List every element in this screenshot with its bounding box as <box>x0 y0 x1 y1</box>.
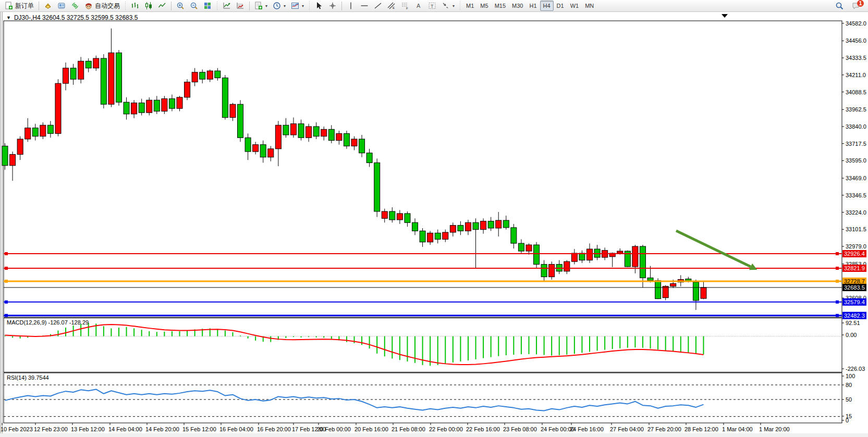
price-tag-label: 32579.4 <box>844 299 865 305</box>
svg-text:T: T <box>431 4 434 9</box>
line-handle-left[interactable] <box>5 314 8 317</box>
bull-candle <box>321 129 327 136</box>
bear-candle <box>47 125 53 133</box>
bear-candle <box>139 103 144 113</box>
zoom-in-button[interactable] <box>174 1 187 11</box>
timeframe-button-m5[interactable]: M5 <box>477 1 491 11</box>
indicator-in-chart-button[interactable] <box>220 1 234 11</box>
text-label-icon: T <box>428 2 436 10</box>
data-window-button[interactable] <box>55 1 68 11</box>
line-handle-right[interactable] <box>836 301 839 304</box>
timeframe-button-h4[interactable]: H4 <box>540 1 554 11</box>
svg-text:F: F <box>406 7 408 10</box>
bull-candle <box>290 124 296 135</box>
line-handle-right[interactable] <box>836 314 839 317</box>
notifications-button[interactable]: 1 <box>849 1 863 11</box>
bull-candle <box>253 145 259 152</box>
chart-line-button[interactable] <box>155 1 169 11</box>
price-axis-label: 33717.5 <box>846 141 866 147</box>
cursor-tool-button[interactable] <box>312 1 326 11</box>
line-handle-left[interactable] <box>5 301 8 304</box>
price-axis-label: 33469.0 <box>846 175 866 181</box>
bear-candle <box>534 245 540 264</box>
add-indicator-icon <box>254 2 263 10</box>
main-price-pane[interactable] <box>4 21 842 317</box>
timeframe-button-h1[interactable]: H1 <box>526 1 540 11</box>
chart-candles-button[interactable] <box>142 1 155 11</box>
date-axis-label: 1 Mar 20:00 <box>759 426 790 432</box>
timeframe-button-m15[interactable]: M15 <box>492 1 509 11</box>
timeframe-button-m1[interactable]: M1 <box>463 1 477 11</box>
timeframe-button-d1[interactable]: D1 <box>554 1 567 11</box>
fibonacci-tool-button[interactable]: F <box>398 1 412 11</box>
bear-candle <box>640 246 645 278</box>
bear-candle <box>693 282 699 301</box>
arrow-objects-icon <box>442 2 450 10</box>
price-chart-canvas[interactable]: 10 Feb 202312 Feb 23:0013 Feb 12:0014 Fe… <box>0 12 868 433</box>
timeframe-button-m30[interactable]: M30 <box>509 1 526 11</box>
indicator-new-window-icon <box>236 2 244 10</box>
bull-candle <box>526 245 532 251</box>
macd-axis-label: 92.51 <box>846 320 860 326</box>
market-watch-button[interactable] <box>41 1 55 11</box>
line-handle-left[interactable] <box>5 252 8 255</box>
new-order-button[interactable]: 新订单 <box>2 1 36 11</box>
arrows-tool-button[interactable]: ▾ <box>439 1 457 11</box>
bull-candle <box>230 104 236 117</box>
market-watch-icon <box>44 2 52 10</box>
price-tag-label: 32821.9 <box>844 265 865 271</box>
line-handle-right[interactable] <box>836 267 839 270</box>
chart-bars-button[interactable] <box>128 1 142 11</box>
date-axis-label: 20 Feb 16:00 <box>354 426 388 432</box>
date-axis-label: 13 Feb 12:00 <box>71 426 105 432</box>
hline-tool-button[interactable] <box>358 1 371 11</box>
price-tag-label: 32683.5 <box>844 284 865 291</box>
date-axis-label: 22 Feb 16:00 <box>466 426 500 432</box>
channel-tool-button[interactable]: E <box>385 1 398 11</box>
vline-tool-button[interactable] <box>344 1 358 11</box>
timeframe-button-w1[interactable]: W1 <box>567 1 582 11</box>
rsi-pane[interactable] <box>4 373 842 423</box>
line-handle-left[interactable] <box>5 267 8 270</box>
bear-candle <box>245 138 251 152</box>
date-axis-label: 27 Feb 04:00 <box>610 426 644 432</box>
bear-candle <box>70 68 76 79</box>
tile-windows-button[interactable] <box>201 1 214 11</box>
price-axis-label: 33101.5 <box>846 226 866 232</box>
navigator-button[interactable] <box>68 1 82 11</box>
autoscroll-marker-icon[interactable] <box>722 14 728 18</box>
bull-candle <box>25 128 31 139</box>
date-axis-label: 1 Mar 04:00 <box>722 426 753 432</box>
search-button[interactable] <box>833 1 846 11</box>
candlestick-chart-icon <box>144 2 153 10</box>
label-tool-button[interactable]: T <box>425 1 439 11</box>
data-window-icon <box>57 2 66 10</box>
new-order-label: 新订单 <box>15 2 34 10</box>
crosshair-tool-button[interactable] <box>326 1 339 11</box>
indicator-new-window-button[interactable] <box>234 1 247 11</box>
autotrade-button[interactable]: 自动交易 <box>82 1 123 11</box>
line-handle-right[interactable] <box>836 280 839 283</box>
bull-candle <box>192 72 198 82</box>
bear-candle <box>154 100 160 111</box>
periods-button[interactable]: ▾ <box>270 1 288 11</box>
zoom-out-button[interactable] <box>187 1 201 11</box>
bull-candle <box>207 71 213 79</box>
bear-candle <box>2 146 8 165</box>
line-handle-right[interactable] <box>836 252 839 255</box>
bull-candle <box>177 97 182 108</box>
line-handle-left[interactable] <box>5 280 8 283</box>
bull-candle <box>587 249 593 260</box>
text-tool-button[interactable]: A <box>412 1 425 11</box>
rsi-axis-label: 0 <box>846 417 849 423</box>
bull-candle <box>78 61 84 79</box>
timeframe-button-mn[interactable]: MN <box>582 1 597 11</box>
bear-candle <box>238 104 243 138</box>
templates-button[interactable]: ▾ <box>288 1 307 11</box>
date-axis-label: 27 Feb 20:00 <box>647 426 681 432</box>
macd-axis-label: -226.03 <box>846 366 865 372</box>
trendline-tool-button[interactable] <box>371 1 385 11</box>
add-indicator-button[interactable]: ▾ <box>252 1 270 11</box>
svg-text:A: A <box>417 3 421 9</box>
zoom-in-icon <box>176 2 185 10</box>
